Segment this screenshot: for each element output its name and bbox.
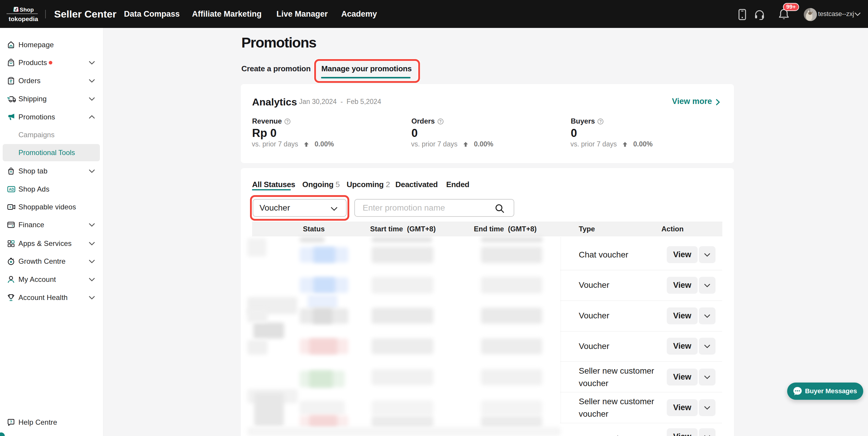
svg-text:Shop: Shop: [20, 6, 34, 13]
svg-text:?: ?: [10, 420, 12, 424]
svg-text:AD: AD: [9, 188, 14, 192]
svg-text:tokopedia: tokopedia: [9, 15, 38, 22]
